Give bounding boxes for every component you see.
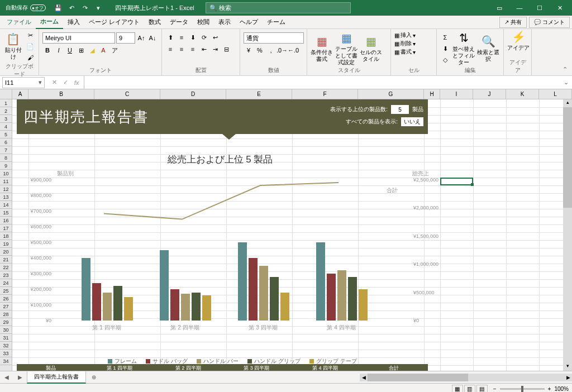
enter-formula-icon[interactable]: ✓ <box>60 78 70 88</box>
row-header-2[interactable]: 2 <box>0 107 12 115</box>
row-header-9[interactable]: 9 <box>0 162 12 170</box>
row-header-19[interactable]: 19 <box>0 240 12 248</box>
row-header-4[interactable]: 4 <box>0 123 12 131</box>
grow-font-icon[interactable]: A↑ <box>136 33 146 43</box>
row-header-22[interactable]: 22 <box>0 264 12 271</box>
increase-indent-icon[interactable]: ⇥ <box>210 44 220 54</box>
row-header-6[interactable]: 6 <box>0 138 12 146</box>
autosum-icon[interactable]: Σ <box>440 32 450 42</box>
row-header-29[interactable]: 29 <box>0 318 12 326</box>
col-header-C[interactable]: C <box>94 89 160 99</box>
row-header-3[interactable]: 3 <box>0 115 12 123</box>
col-header-G[interactable]: G <box>358 89 424 99</box>
align-top-icon[interactable]: ⬆ <box>165 32 175 42</box>
conditional-format-button[interactable]: ▦条件付き書式 <box>311 30 333 66</box>
col-header-H[interactable]: H <box>424 89 440 99</box>
show-all-input[interactable] <box>401 117 423 126</box>
row-header-20[interactable]: 20 <box>0 248 12 256</box>
format-painter-icon[interactable]: 🖌 <box>25 52 35 63</box>
row-header-14[interactable]: 14 <box>0 201 12 209</box>
maximize-icon[interactable]: ☐ <box>530 0 550 16</box>
horizontal-scrollbar[interactable]: ◀▶ <box>360 374 572 381</box>
tab-team[interactable]: チーム <box>263 16 290 29</box>
normal-view-icon[interactable]: ▦ <box>452 385 463 393</box>
align-right-icon[interactable]: ≡ <box>188 44 198 54</box>
row-header-30[interactable]: 30 <box>0 326 12 334</box>
col-header-B[interactable]: B <box>28 89 94 99</box>
row-header-21[interactable]: 21 <box>0 256 12 264</box>
row-header-13[interactable]: 13 <box>0 193 12 201</box>
select-all-corner[interactable] <box>0 89 12 99</box>
worksheet[interactable]: 四半期売上報告書 表示する上位の製品数: 製品 すべての製品を表示: 総売上およ… <box>12 99 563 371</box>
shrink-font-icon[interactable]: A↓ <box>147 33 158 43</box>
sales-chart[interactable]: 製品別 総売上 合計 フレームサドル バッグハンドル バーハンドル グリップグリ… <box>54 172 411 340</box>
copy-icon[interactable]: 📄 <box>25 41 35 51</box>
col-header-E[interactable]: E <box>226 89 292 99</box>
row-header-23[interactable]: 23 <box>0 271 12 279</box>
cell-styles-button[interactable]: ▦セルのスタイル <box>360 30 382 66</box>
row-header-7[interactable]: 7 <box>0 146 12 154</box>
zoom-slider[interactable] <box>500 388 545 390</box>
row-header-28[interactable]: 28 <box>0 310 12 318</box>
row-header-27[interactable]: 27 <box>0 303 12 310</box>
bold-icon[interactable]: B <box>42 45 53 55</box>
row-header-26[interactable]: 26 <box>0 295 12 303</box>
fill-color-icon[interactable]: ◢ <box>87 45 97 55</box>
tab-home[interactable]: ホーム <box>36 16 63 29</box>
format-cells-button[interactable]: ▦書式 ▾ <box>394 48 433 56</box>
sheet-tab-active[interactable]: 四半期売上報告書 <box>27 371 86 384</box>
font-name-box[interactable]: Meiryo UI <box>42 32 115 44</box>
collapse-ribbon-icon[interactable]: ⌃ <box>558 64 572 75</box>
search-box[interactable]: 🔍 検索 <box>206 2 351 13</box>
col-header-L[interactable]: L <box>539 89 572 99</box>
sheet-nav-prev-icon[interactable]: ◀ <box>0 374 13 380</box>
row-header-33[interactable]: 33 <box>0 350 12 357</box>
col-header-D[interactable]: D <box>160 89 226 99</box>
comments-button[interactable]: 💬コメント <box>529 17 570 28</box>
find-select-button[interactable]: 🔍検索と選択 <box>477 30 499 66</box>
zoom-out-icon[interactable]: − <box>493 386 497 392</box>
align-left-icon[interactable]: ≡ <box>165 44 175 54</box>
sheet-nav-next-icon[interactable]: ▶ <box>13 374 27 380</box>
name-box[interactable]: I11 ▾ <box>2 77 45 88</box>
tab-formulas[interactable]: 数式 <box>144 16 165 29</box>
decrease-indent-icon[interactable]: ⇤ <box>199 44 209 54</box>
row-header-32[interactable]: 32 <box>0 342 12 350</box>
format-as-table-button[interactable]: ▦テーブルとして書式設定 <box>335 30 358 66</box>
row-header-17[interactable]: 17 <box>0 224 12 232</box>
orientation-icon[interactable]: ⟳ <box>199 32 209 42</box>
minimize-icon[interactable]: — <box>509 0 530 16</box>
align-bottom-icon[interactable]: ⬇ <box>188 32 198 42</box>
comma-icon[interactable]: , <box>266 45 276 55</box>
row-header-16[interactable]: 16 <box>0 217 12 224</box>
top-n-input[interactable] <box>391 105 409 114</box>
row-header-24[interactable]: 24 <box>0 279 12 287</box>
ideas-button[interactable]: ⚡アイデア <box>507 30 530 51</box>
percent-icon[interactable]: % <box>255 45 265 55</box>
tab-help[interactable]: ヘルプ <box>235 16 263 29</box>
col-header-F[interactable]: F <box>292 89 358 99</box>
zoom-level[interactable]: 100% <box>554 386 569 392</box>
underline-icon[interactable]: U <box>65 45 75 55</box>
row-header-1[interactable]: 1 <box>0 99 12 107</box>
wrap-text-icon[interactable]: ↩ <box>210 32 220 42</box>
decrease-decimal-icon[interactable]: ←.0 <box>288 45 298 55</box>
row-header-11[interactable]: 11 <box>0 178 12 185</box>
cancel-formula-icon[interactable]: ✕ <box>49 78 59 88</box>
ribbon-display-icon[interactable]: ▭ <box>489 0 509 16</box>
tab-page-layout[interactable]: ページ レイアウト <box>84 16 144 29</box>
close-icon[interactable]: ✕ <box>550 0 570 16</box>
tab-view[interactable]: 表示 <box>214 16 235 29</box>
clear-icon[interactable]: ◇ <box>440 55 450 65</box>
undo-icon[interactable]: ↶ <box>66 2 77 13</box>
col-header-A[interactable]: A <box>12 89 28 99</box>
row-header-10[interactable]: 10 <box>0 170 12 178</box>
share-button[interactable]: ↗共有 <box>499 17 527 28</box>
vertical-scrollbar[interactable]: ▴ ▾ <box>563 99 572 371</box>
total-line[interactable] <box>104 183 339 219</box>
insert-cells-button[interactable]: ▦挿入 ▾ <box>394 31 433 39</box>
autosave-toggle[interactable]: 自動保存 ● オフ <box>2 4 49 12</box>
italic-icon[interactable]: I <box>54 45 64 55</box>
row-header-25[interactable]: 25 <box>0 287 12 295</box>
tab-review[interactable]: 校閲 <box>193 16 214 29</box>
